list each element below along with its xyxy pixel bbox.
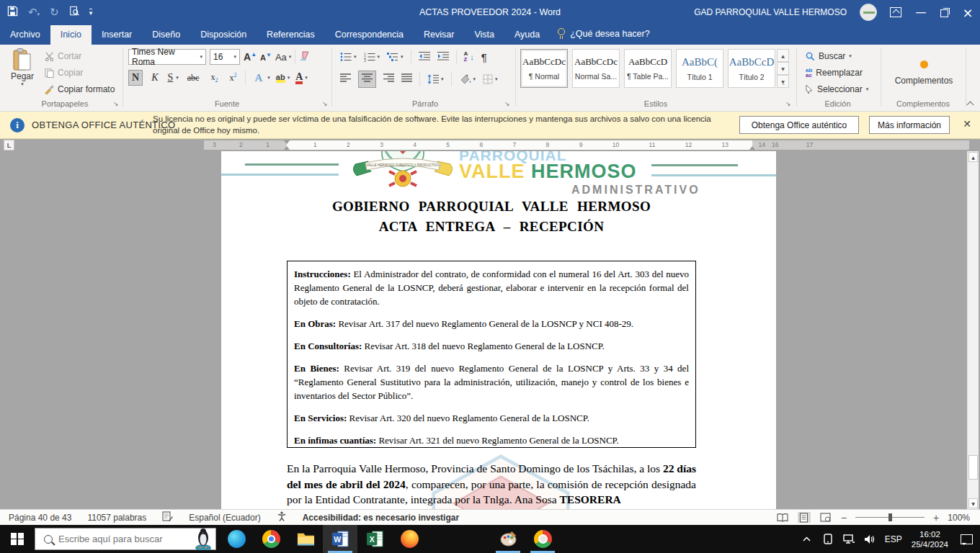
redo-icon[interactable]: ↻ [50,7,59,18]
text-effects-button[interactable]: A▾ [251,71,270,86]
language-indicator[interactable]: Español (Ecuador) [189,513,260,523]
borders-button[interactable]: ▾ [483,74,498,84]
tell-me-box[interactable]: ¿Qué desea hacer? [550,24,657,45]
accessibility-status[interactable]: Accesibilidad: es necesario investigar [303,513,459,523]
proofing-icon[interactable] [162,511,173,523]
clock[interactable]: 16:02 25/4/2024 [912,529,948,549]
vertical-scrollbar[interactable]: ▲ ▼ [967,151,979,509]
tab-referencias[interactable]: Referencias [257,25,325,45]
align-right-button[interactable] [383,73,394,85]
sort-button[interactable]: AZ↓ [464,51,474,63]
style-table-pa[interactable]: AaBbCcD ¶ Table Pa... [624,49,672,88]
print-layout-icon[interactable] [798,512,811,523]
taskbar-chrome[interactable] [254,525,288,553]
tab-revisar[interactable]: Revisar [414,25,464,45]
cut-button[interactable]: Cortar [45,50,115,62]
customize-qat-icon[interactable]: ▾ [89,9,93,17]
tab-stop-selector[interactable]: L [4,140,14,150]
clipboard-dialog-launcher[interactable]: ↘ [113,100,119,107]
styles-dialog-launcher[interactable]: ↘ [785,100,791,107]
change-case-button[interactable]: Aa▾ [275,52,291,63]
close-button[interactable]: × [961,5,974,20]
zoom-in-icon[interactable]: + [933,512,939,523]
tab-ayuda[interactable]: Ayuda [504,25,550,45]
shading-button[interactable]: ▾ [459,74,476,84]
right-indent-marker[interactable] [749,146,755,150]
scroll-up-icon[interactable]: ▲ [968,152,978,162]
hanging-indent-marker[interactable] [284,146,290,150]
account-name[interactable]: GAD PARROQUIAL VALLE HERMOSO [694,7,847,17]
action-center-icon[interactable] [961,534,973,544]
tray-chevron-icon[interactable] [801,534,813,545]
tab-insertar[interactable]: Insertar [92,25,142,45]
font-dialog-launcher[interactable]: ↘ [322,100,328,107]
font-family-combobox[interactable]: Times New Roma▾ [128,49,206,65]
tab-diseno[interactable]: Diseño [142,25,190,45]
style-titulo-1[interactable]: AaBbC( Título 1 [676,49,723,88]
subscript-button[interactable]: x2 [208,71,220,85]
keyboard-language[interactable]: ESP [885,534,902,544]
tab-disposicion[interactable]: Disposición [190,25,257,45]
increase-indent-button[interactable] [437,51,449,63]
decrease-indent-button[interactable] [419,51,430,63]
align-left-button[interactable] [340,73,351,85]
taskbar-chrome-app[interactable] [525,525,560,553]
taskbar-search[interactable] [35,528,216,550]
document-page[interactable]: VALLE HERMOSO TURISTICO Y PRODUCTIVO PAR… [221,151,776,509]
clear-formatting-icon[interactable] [299,51,311,63]
get-office-button[interactable]: Obtenga Office auténtico [739,116,859,134]
justify-button[interactable] [401,73,412,85]
numbering-button[interactable]: 123▾ [364,52,380,62]
read-mode-icon[interactable] [776,512,789,523]
italic-button[interactable]: K [148,71,161,85]
strikethrough-button[interactable]: abc [184,71,202,85]
shrink-font-button[interactable]: A▼ [260,52,272,62]
show-marks-button[interactable]: ¶ [481,51,487,63]
zoom-slider[interactable] [855,517,925,518]
taskbar-edge[interactable] [219,525,254,553]
network-icon[interactable] [843,534,855,545]
taskbar-paint[interactable] [491,525,525,553]
align-center-button[interactable] [358,71,376,88]
scrollbar-thumb[interactable] [968,455,978,480]
tab-correspondencia[interactable]: Correspondencia [325,25,414,45]
multilevel-list-button[interactable]: ▾ [387,52,404,62]
taskbar-excel[interactable]: X [357,525,392,553]
undo-icon[interactable]: ↶▾ [28,7,40,18]
find-button[interactable]: Buscar▾ [806,50,868,62]
taskbar-file-explorer[interactable] [288,525,323,553]
bold-button[interactable]: N [128,70,143,86]
scroll-down-icon[interactable]: ▼ [968,498,978,508]
font-color-button[interactable]: A▾ [295,71,308,84]
taskbar-firefox[interactable] [392,525,427,553]
save-icon[interactable] [7,6,18,19]
style-titulo-2[interactable]: AaBbCcD Título 2 [728,49,775,88]
superscript-button[interactable]: x2 [226,71,239,85]
tab-vista[interactable]: Vista [464,25,504,45]
page-indicator[interactable]: Página 40 de 43 [9,513,71,523]
collapse-ribbon-icon[interactable] [967,101,974,107]
replace-button[interactable]: abac Reemplazar [806,67,868,78]
taskbar-word[interactable]: W [323,525,357,553]
dismiss-warning-icon[interactable]: ✕ [963,118,971,130]
ribbon-display-options-icon[interactable] [890,7,901,17]
zoom-slider-handle[interactable] [888,513,892,521]
style-normal[interactable]: AaBbCcDc ¶ Normal [520,49,568,88]
print-preview-icon[interactable] [69,6,79,19]
web-layout-icon[interactable] [819,512,832,523]
restore-button[interactable] [940,9,948,17]
minimize-button[interactable]: — [914,6,927,19]
styles-gallery-expand-icon[interactable]: ▼̲ [777,75,789,88]
font-size-combobox[interactable]: 16▾ [210,49,240,65]
highlight-button[interactable]: ab▾ [276,73,290,83]
copy-button[interactable]: Copiar [45,67,115,78]
search-input[interactable] [58,534,194,544]
more-info-button[interactable]: Más información [869,116,950,134]
start-button[interactable] [0,525,35,553]
zoom-level[interactable]: 100% [948,513,970,523]
paste-button[interactable]: Pegar ▾ [7,48,37,103]
addins-button[interactable]: Complementos [888,50,960,95]
account-avatar[interactable] [860,4,877,21]
accessibility-icon[interactable] [277,511,287,523]
zoom-out-icon[interactable]: − [841,512,847,523]
